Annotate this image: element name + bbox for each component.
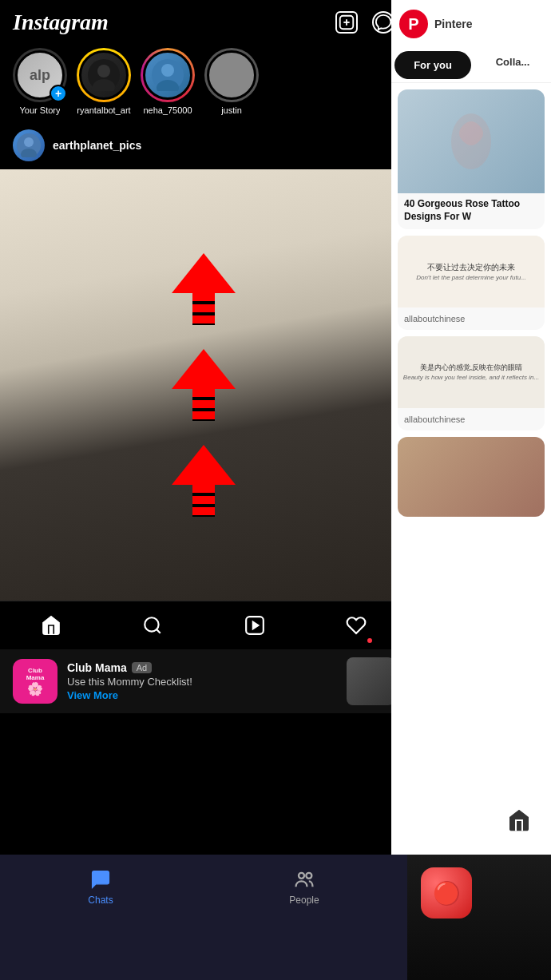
svg-point-12 [145, 617, 159, 631]
chinese1-card-text: allaboutchinese [398, 307, 545, 330]
story-your-story[interactable]: alp + Your Story [13, 48, 67, 115]
people-label: People [289, 895, 319, 906]
neha-label: neha_75000 [143, 105, 192, 115]
post-avatar [13, 129, 45, 161]
tattoo-title: 40 Gorgeous Rose Tattoo Designs For W [404, 198, 538, 223]
svg-point-4 [97, 65, 110, 77]
pinterest-home-icon[interactable] [495, 796, 543, 844]
pinterest-header: P Pintere [391, 0, 551, 48]
post-bg [0, 169, 407, 601]
header-icons [335, 11, 394, 34]
ig-post: earthplanet_pics [0, 121, 407, 713]
chinese2-card-text: allaboutchinese [398, 408, 545, 430]
nav-reels-button[interactable] [240, 611, 269, 640]
neha-wrap [141, 48, 195, 102]
messenger-people-tab[interactable]: People [289, 867, 319, 906]
neha-avatar [143, 50, 192, 100]
nav-search-button[interactable] [138, 611, 167, 640]
story-neha[interactable]: neha_75000 [141, 48, 195, 115]
tattoo-card-text: 40 Gorgeous Rose Tattoo Designs For W [398, 193, 545, 229]
messenger-bar: Chats People [0, 855, 407, 980]
ad-name-row: Club Mama Ad [67, 661, 337, 674]
ryantalbot-wrap [77, 48, 131, 102]
add-story-button[interactable]: + [50, 85, 67, 102]
ig-header: Instagram [0, 0, 407, 42]
pinterest-panel: P Pintere For you Colla... 40 Gorgeous R… [391, 0, 551, 855]
tab-for-you[interactable]: For you [394, 51, 471, 79]
ad-name: Club Mama [67, 661, 127, 674]
ryantalbot-ring [77, 48, 131, 102]
story-ryantalbot[interactable]: ryantalbot_art [77, 48, 131, 115]
messenger-tabs: Chats People [0, 855, 407, 912]
instagram-panel: Instagram [0, 0, 407, 855]
people-icon [292, 867, 316, 891]
svg-point-10 [24, 137, 34, 147]
ad-text-block: Club Mama Ad Use this Mommy Checklist! V… [67, 661, 337, 701]
justin-ring [204, 48, 259, 102]
instagram-logo: Instagram [13, 10, 109, 35]
your-story-label: Your Story [20, 105, 61, 115]
justin-avatar [207, 50, 256, 100]
pinterest-card-back[interactable] [398, 437, 545, 517]
ad-logo: Club Mama 🌸 [13, 659, 57, 704]
ad-badge: Ad [132, 662, 152, 673]
ad-thumb-inner [347, 657, 394, 705]
pinterest-name: Pintere [434, 18, 472, 30]
pinterest-card-chinese1[interactable]: 不要让过去决定你的未来 Don't let the past determine… [398, 236, 545, 330]
pinterest-tabs: For you Colla... [391, 48, 551, 83]
ad-banner: Club Mama 🌸 Club Mama Ad Use this Mommy … [0, 649, 407, 713]
chats-icon [89, 867, 113, 891]
chinese2-image: 美是内心的感觉,反映在你的眼睛 Beauty is how you feel i… [398, 336, 545, 408]
pinterest-logo: P [399, 10, 428, 38]
your-story-wrap: alp + [13, 48, 67, 102]
svg-line-13 [157, 629, 161, 633]
story-justin[interactable]: justin [204, 48, 259, 115]
chinese1-image: 不要让过去决定你的未来 Don't let the past determine… [398, 236, 545, 307]
ig-bottom-nav [0, 601, 407, 649]
ad-view-more-link[interactable]: View More [67, 689, 337, 701]
pinterest-card-chinese2[interactable]: 美是内心的感觉,反映在你的眼睛 Beauty is how you feel i… [398, 336, 545, 430]
pinterest-card-tattoo[interactable]: 40 Gorgeous Rose Tattoo Designs For W [398, 89, 545, 229]
post-header: earthplanet_pics [0, 121, 407, 169]
ad-description: Use this Mommy Checklist! [67, 676, 337, 688]
ad-logo-inner: Club Mama 🌸 [13, 659, 57, 704]
add-post-button[interactable] [335, 11, 358, 34]
nav-home-button[interactable] [37, 611, 65, 640]
chinese1-text: 不要让过去决定你的未来 Don't let the past determine… [416, 262, 526, 282]
heart-notification-dot [367, 638, 372, 643]
ad-thumbnail [347, 657, 394, 705]
dock-red-app[interactable]: 🔴 [421, 867, 472, 919]
justin-wrap [204, 48, 259, 102]
stories-row: alp + Your Story [0, 42, 407, 121]
chinese2-label: allaboutchinese [404, 415, 538, 424]
ryantalbot-label: ryantalbot_art [77, 105, 130, 115]
chinese2-text: 美是内心的感觉,反映在你的眼睛 Beauty is how you feel i… [403, 363, 539, 382]
svg-point-17 [299, 873, 304, 879]
tattoo-image [398, 89, 545, 193]
back-image [398, 437, 545, 517]
svg-point-18 [306, 873, 311, 879]
post-image[interactable] [0, 169, 407, 601]
post-username: earthplanet_pics [53, 139, 141, 152]
messenger-chats-tab[interactable]: Chats [88, 867, 113, 906]
ryantalbot-avatar [79, 50, 129, 100]
svg-marker-15 [253, 622, 259, 629]
justin-label: justin [221, 105, 242, 115]
chats-label: Chats [88, 895, 113, 906]
svg-point-7 [161, 64, 174, 77]
nav-heart-button[interactable] [342, 611, 371, 640]
tab-colla[interactable]: Colla... [474, 48, 551, 82]
main-container: Instagram [0, 0, 551, 980]
neha-ring [141, 48, 195, 102]
chinese1-label: allaboutchinese [404, 314, 538, 323]
